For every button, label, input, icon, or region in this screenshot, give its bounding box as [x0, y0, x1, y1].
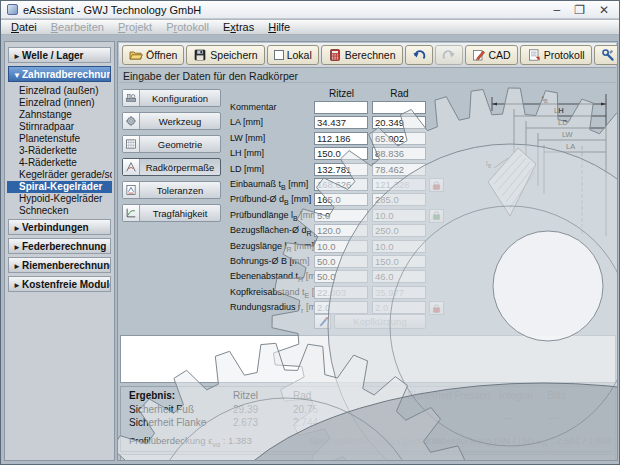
chevron-icon: ▼	[13, 68, 22, 82]
menu-bearbeiten: Bearbeiten	[44, 20, 111, 35]
form-label-5: Einbaumaß tB [mm]	[230, 178, 308, 194]
input-ritzel-row-10[interactable]	[314, 255, 368, 268]
overlap-0: Profilüberdeckung εvα : 1.383	[129, 435, 252, 448]
einstellungen-button[interactable]: Einstellungen	[594, 45, 618, 65]
input-rad-row-8[interactable]	[372, 224, 426, 237]
undo-button[interactable]	[405, 45, 433, 65]
lokal-button[interactable]: Lokal	[267, 45, 319, 65]
input-rad-row-4[interactable]	[372, 163, 426, 176]
results-col-rad: Rad	[293, 390, 311, 401]
result-rad-0: 20.75	[293, 404, 318, 415]
nav-group-welle-lager[interactable]: ►Welle / Lager	[8, 47, 111, 63]
sidebar-item-3-r-derkette[interactable]: 3-Räderkette	[7, 145, 112, 157]
menu-hilfe[interactable]: Hilfe	[261, 20, 297, 35]
input-rad-row-2[interactable]	[372, 132, 426, 145]
panel-button-tragf-higkeit[interactable]: Tragfähigkeit	[122, 204, 221, 222]
panel-button-label: Werkzeug	[140, 116, 220, 127]
kopfkuerzung-icon-button[interactable]	[314, 314, 331, 329]
main-panel: ÖffnenSpeichernLokalBerechnenCADProtokol…	[117, 41, 618, 461]
chevron-icon: ►	[13, 259, 22, 273]
protokoll-button[interactable]: Protokoll	[520, 45, 592, 65]
close-button[interactable]: ✕	[599, 2, 609, 18]
input-rad-row-1[interactable]	[372, 116, 426, 129]
tolerances-icon-box	[123, 182, 140, 198]
-ffnen-button[interactable]: Öffnen	[122, 45, 184, 65]
input-rad-row-13	[372, 301, 426, 314]
sidebar-item-4-r-derkette[interactable]: 4-Räderkette	[7, 157, 112, 169]
input-ritzel-row-1[interactable]	[314, 116, 368, 129]
open-folder-icon	[129, 48, 143, 62]
result-rad-1: 2.744	[293, 417, 318, 428]
nav-group-riemenberechnung[interactable]: ►Riemenberechnung	[8, 257, 111, 273]
input-ritzel-row-9[interactable]	[314, 240, 368, 253]
results-col-fressen: Sicherheit Fressen	[407, 390, 490, 401]
sidebar-item-einzelrad-innen-[interactable]: Einzelrad (innen)	[7, 97, 112, 109]
kopfkuerzung-button[interactable]: Kopfkürzung	[334, 314, 426, 329]
sidebar-item-hypoid-kegelr-der[interactable]: Hypoid-Kegelräder	[7, 193, 112, 205]
menu-extras[interactable]: Extras	[216, 20, 261, 35]
nav-group-kostenfreie-module[interactable]: ►Kostenfreie Module	[8, 276, 111, 292]
speichern-button[interactable]: Speichern	[186, 45, 264, 65]
message-box	[120, 335, 616, 383]
svg-text:lB: lB	[486, 159, 492, 169]
input-rad-row-3[interactable]	[372, 147, 426, 160]
menu-datei[interactable]: Datei	[4, 20, 44, 35]
lock-green-icon	[431, 210, 442, 221]
input-ritzel-row-4[interactable]	[314, 163, 368, 176]
input-rad-row-6[interactable]	[372, 193, 426, 206]
input-ritzel-row-6[interactable]	[314, 193, 368, 206]
sidebar-item-stirnradpaar[interactable]: Stirnradpaar	[7, 121, 112, 133]
nav-group-federberechnung[interactable]: ►Federberechnung	[8, 238, 111, 254]
cad-button[interactable]: CAD	[465, 45, 518, 65]
input-ritzel-row-11[interactable]	[314, 270, 368, 283]
sidebar-item-schnecken[interactable]: Schnecken	[7, 205, 112, 217]
configuration-icon	[125, 92, 137, 104]
toolbar-button-label: Speichern	[210, 49, 257, 61]
sidebar-item-kegelr-der-gerade-schr-g[interactable]: Kegelräder gerade/schräg	[7, 169, 112, 181]
panel-button-label: Tragfähigkeit	[140, 208, 220, 219]
cad-icon	[472, 48, 486, 62]
lock-green-button-row-7[interactable]	[429, 209, 444, 223]
wheel-body-icon	[125, 161, 137, 173]
input-rad-row-11[interactable]	[372, 270, 426, 283]
redo-button	[435, 45, 463, 65]
input-rad-row-10[interactable]	[372, 255, 426, 268]
nav-group-zahnradberechnung[interactable]: ▼Zahnradberechnung	[8, 66, 111, 82]
lock-red-button-row-13[interactable]	[429, 301, 444, 315]
input-ritzel-row-7[interactable]	[314, 209, 368, 222]
results-col-blitz: Blitz	[547, 390, 566, 401]
column-header-ritzel: Ritzel	[314, 88, 369, 99]
lock-red-button-row-5[interactable]	[429, 178, 444, 192]
input-ritzel-row-3[interactable]	[314, 147, 368, 160]
input-ritzel-row-2[interactable]	[314, 132, 368, 145]
panel-button-geometrie[interactable]: Geometrie	[122, 135, 221, 153]
input-rad-row-7[interactable]	[372, 209, 426, 222]
sidebar-item-planetenstufe[interactable]: Planetenstufe	[7, 133, 112, 145]
svg-text:LH: LH	[554, 106, 564, 115]
column-header-rad: Rad	[372, 88, 427, 99]
input-rad-row-9[interactable]	[372, 240, 426, 253]
minimize-button[interactable]: –	[553, 2, 560, 18]
panel-button-label: Geometrie	[140, 139, 220, 150]
panel-button-konfiguration[interactable]: Konfiguration	[122, 89, 221, 107]
input-ritzel-row-0[interactable]	[314, 101, 368, 114]
form-label-13: Rundungsradius rr [mm]	[230, 301, 326, 317]
form-label-7: Prüfbundlänge lB [mm]	[230, 209, 320, 225]
berechnen-button[interactable]: Berechnen	[321, 45, 403, 65]
sidebar-item-spiral-kegelr-der[interactable]: Spiral-Kegelräder	[7, 181, 112, 193]
tool-icon	[125, 115, 137, 127]
sidebar-nav: ►Welle / Lager▼ZahnradberechnungEinzelra…	[4, 41, 115, 461]
panel-button-werkzeug[interactable]: Werkzeug	[122, 112, 221, 130]
maximize-button[interactable]: ❐	[574, 2, 585, 18]
sidebar-item-einzelrad-au-en-[interactable]: Einzelrad (außen)	[7, 85, 112, 97]
input-ritzel-row-5	[314, 178, 368, 191]
toolbar-button-label: Lokal	[287, 49, 312, 61]
sidebar-item-zahnstange[interactable]: Zahnstange	[7, 109, 112, 121]
input-ritzel-row-8[interactable]	[314, 224, 368, 237]
panel-button-radk-rperma-e[interactable]: Radkörpermaße	[122, 158, 221, 176]
lokal-checkbox[interactable]	[274, 50, 284, 60]
input-rad-row-0[interactable]	[372, 101, 426, 114]
nav-group-verbindungen[interactable]: ►Verbindungen	[8, 219, 111, 235]
panel-button-toleranzen[interactable]: Toleranzen	[122, 181, 221, 199]
panel-button-label: Konfiguration	[140, 93, 220, 104]
